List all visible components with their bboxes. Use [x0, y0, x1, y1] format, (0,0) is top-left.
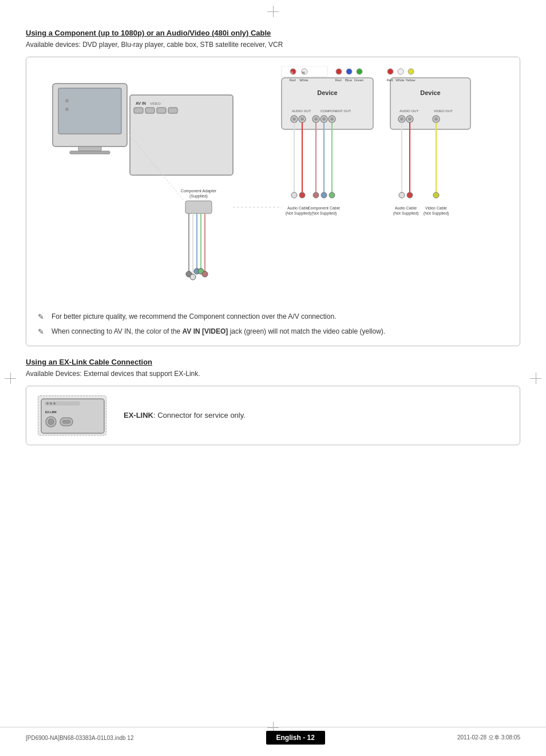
- crosshair-left-icon: [5, 373, 16, 384]
- svg-text:Device: Device: [420, 89, 440, 96]
- svg-text:White: White: [299, 78, 308, 82]
- svg-point-69: [433, 192, 439, 198]
- section2-subtext: Available Devices: External devices that…: [26, 370, 520, 378]
- svg-text:Audio Cable: Audio Cable: [395, 206, 417, 210]
- svg-text:(Not Supplied): (Not Supplied): [286, 211, 311, 216]
- svg-text:Red: Red: [386, 78, 393, 82]
- svg-rect-6: [130, 95, 233, 175]
- section1-subtext: Available devices: DVD player, Blu-ray p…: [26, 41, 520, 49]
- svg-rect-12: [168, 108, 177, 113]
- exlink-desc: : Connector for service only.: [153, 411, 246, 419]
- svg-point-22: [190, 274, 196, 280]
- svg-text:Green: Green: [354, 78, 364, 82]
- svg-text:Device: Device: [317, 89, 337, 96]
- component-cable-diagram: AV IN VIDEO Component Adapter (Supplied): [35, 66, 511, 307]
- svg-point-59: [400, 117, 403, 121]
- page-footer: [PD6900-NA]BN68-03383A-01L03.indb 12 Eng…: [0, 727, 546, 745]
- svg-point-39: [330, 117, 334, 121]
- svg-point-81: [336, 69, 342, 74]
- svg-point-61: [408, 117, 412, 121]
- svg-text:AUDIO OUT: AUDIO OUT: [399, 109, 419, 113]
- svg-text:White: White: [395, 78, 405, 82]
- note-1: For better picture quality, we recommend…: [35, 311, 511, 322]
- svg-text:Yellow: Yellow: [405, 78, 416, 82]
- svg-text:Component Adapter: Component Adapter: [181, 189, 217, 193]
- exlink-device-image: EX-LINK: [38, 395, 106, 436]
- exlink-diagram-box: EX-LINK EX-LINK: Connector for service o…: [26, 386, 520, 445]
- svg-rect-2: [78, 147, 101, 151]
- svg-point-97: [46, 402, 49, 405]
- svg-point-82: [346, 69, 352, 74]
- svg-point-67: [399, 192, 405, 198]
- svg-point-33: [300, 117, 304, 121]
- svg-text:(Not Supplied): (Not Supplied): [393, 211, 419, 216]
- svg-text:VIDEO OUT: VIDEO OUT: [434, 109, 453, 113]
- svg-point-49: [329, 192, 335, 198]
- svg-point-31: [292, 117, 296, 121]
- svg-rect-15: [185, 201, 212, 213]
- svg-point-47: [313, 192, 319, 198]
- svg-text:Audio Cable: Audio Cable: [287, 206, 309, 210]
- svg-text:VIDEO: VIDEO: [150, 102, 161, 105]
- svg-text:AV IN: AV IN: [136, 101, 146, 105]
- svg-point-98: [50, 402, 52, 405]
- svg-text:COMPONENT OUT: COMPONENT OUT: [321, 109, 351, 113]
- svg-point-99: [53, 402, 56, 405]
- svg-text:(Not Supplied): (Not Supplied): [311, 211, 337, 216]
- svg-text:Video Cable: Video Cable: [425, 206, 447, 210]
- note-2-bold: AV IN [VIDEO]: [183, 327, 228, 335]
- svg-point-46: [299, 192, 305, 198]
- svg-text:(Not Supplied): (Not Supplied): [424, 211, 449, 216]
- svg-rect-10: [145, 108, 155, 113]
- svg-text:Red: Red: [289, 78, 295, 82]
- svg-point-37: [322, 117, 326, 121]
- svg-text:Blue: Blue: [345, 78, 353, 82]
- svg-point-45: [291, 192, 297, 198]
- svg-text:EX-LINK: EX-LINK: [45, 410, 57, 414]
- svg-point-63: [434, 117, 438, 121]
- svg-point-48: [321, 192, 327, 198]
- svg-rect-9: [134, 108, 143, 113]
- svg-point-88: [398, 69, 403, 74]
- svg-point-4: [65, 99, 69, 102]
- svg-point-35: [314, 117, 318, 121]
- section1-heading: Using a Component (up to 1080p) or an Au…: [26, 29, 520, 37]
- svg-point-25: [202, 271, 208, 277]
- note-2: When connecting to AV IN, the color of t…: [35, 326, 511, 337]
- crosshair-top-icon: [267, 6, 279, 17]
- svg-text:Component Cable: Component Cable: [308, 206, 341, 211]
- svg-text:(Supplied): (Supplied): [189, 194, 208, 199]
- svg-point-68: [407, 192, 413, 198]
- svg-rect-3: [70, 151, 110, 154]
- page-container: Using a Component (up to 1080p) or an Au…: [0, 0, 546, 756]
- svg-point-83: [357, 69, 362, 74]
- crosshair-right-icon: [530, 373, 541, 384]
- svg-rect-1: [58, 88, 121, 134]
- exlink-label: EX-LINK: [124, 411, 153, 419]
- svg-text:Red: Red: [335, 78, 341, 82]
- svg-point-87: [387, 69, 393, 74]
- component-cable-diagram-box: AV IN VIDEO Component Adapter (Supplied): [26, 57, 520, 346]
- footer-right-text: 2011-02-28 오후 3:08:05: [457, 734, 520, 742]
- page-number-label: English - 12: [276, 734, 315, 742]
- svg-text:AUDIO OUT: AUDIO OUT: [292, 109, 311, 113]
- svg-point-102: [48, 419, 54, 425]
- section2-heading: Using an EX-Link Cable Connection: [26, 358, 520, 366]
- page-number-box: English - 12: [266, 731, 325, 745]
- svg-point-89: [408, 69, 414, 74]
- svg-point-5: [65, 108, 69, 111]
- svg-text:R: R: [291, 71, 294, 74]
- exlink-description: EX-LINK: Connector for service only.: [124, 410, 246, 421]
- footer-left-text: [PD6900-NA]BN68-03383A-01L03.indb 12: [26, 735, 133, 741]
- svg-text:W: W: [302, 71, 305, 74]
- svg-rect-104: [62, 420, 70, 423]
- svg-rect-11: [157, 108, 166, 113]
